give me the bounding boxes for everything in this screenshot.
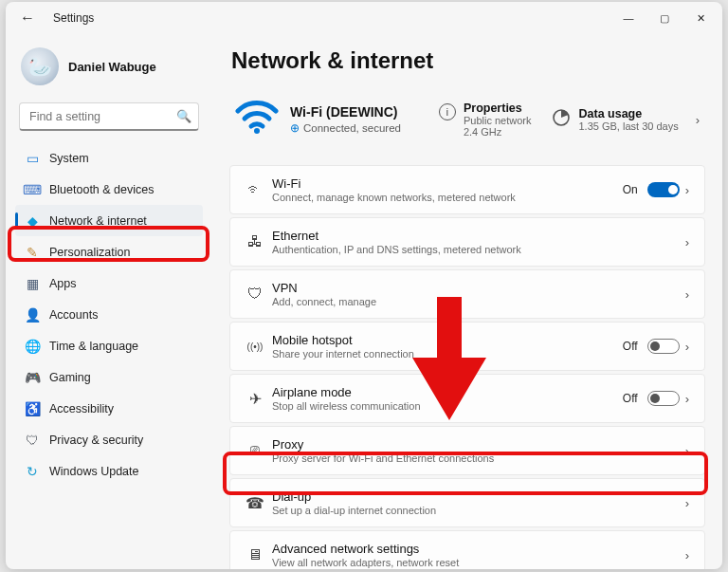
search-row: 🔍 [19,102,199,131]
card-body: Mobile hotspot Share your internet conne… [272,325,623,367]
sidebar-item-label: Personalization [49,246,130,259]
window-title: Settings [53,11,94,25]
net-block: Wi-Fi (DEEWINC) ⊕ Connected, secured [290,104,401,135]
page-title: Network & internet [231,47,705,74]
sidebar-item-label: Privacy & security [49,434,143,447]
user-block[interactable]: 🦢 Daniel Wabuge [15,44,203,97]
status-card[interactable]: Wi-Fi (DEEWINC) ⊕ Connected, secured i P… [229,87,705,152]
main-panel: Network & internet Wi-Fi (DEEWINC) ⊕ Con… [210,34,722,569]
ethernet-icon: 🖧 [238,233,272,250]
chevron-right-icon: › [685,287,695,302]
card-subtitle: Share your internet connection [272,348,623,360]
data-usage-icon [552,108,571,127]
card-body: Wi-Fi Connect, manage known networks, me… [272,169,623,211]
toggle-label: On [623,183,638,196]
apps-icon: ▦ [25,276,40,291]
sidebar-item-bluetooth-devices[interactable]: ⌨Bluetooth & devices [15,174,203,205]
sidebar-item-personalization[interactable]: ✎Personalization [15,236,203,268]
network-status: ⊕ Connected, secured [290,121,401,135]
card-body: Advanced network settings View all netwo… [272,534,685,569]
chevron-right-icon: › [685,392,695,406]
back-button[interactable]: ← [15,6,40,30]
card-body: VPN Add, connect, manage [272,273,685,315]
sidebar-item-label: System [49,152,89,165]
sidebar-item-gaming[interactable]: 🎮Gaming [15,361,203,393]
sidebar-item-time-language[interactable]: 🌐Time & language [15,330,203,361]
data-usage-title: Data usage [578,107,678,120]
network-icon: ◆ [25,213,40,229]
chevron-right-icon: › [685,444,695,458]
hotspot-icon: ((•)) [238,341,272,352]
proxy-icon: ⎚ [238,442,272,459]
card-body: Ethernet Authentication, IP and DNS sett… [272,221,685,263]
system-icon: ▭ [25,151,40,166]
card-subtitle: Connect, manage known networks, metered … [272,192,623,203]
airplane-toggle[interactable] [647,391,680,406]
update-icon: ↻ [25,464,40,479]
data-usage-block[interactable]: Data usage 1.35 GB, last 30 days [552,107,678,132]
info-icon: i [439,103,456,120]
accessibility-icon: ♿ [25,401,40,416]
titlebar: ← Settings — ▢ ✕ [6,2,722,34]
chevron-right-icon: › [685,548,695,563]
card-ethernet[interactable]: 🖧 Ethernet Authentication, IP and DNS se… [229,217,705,267]
sidebar-item-accounts[interactable]: 👤Accounts [15,299,203,330]
accounts-icon: 👤 [25,307,40,323]
card-advanced[interactable]: 🖥 Advanced network settings View all net… [229,530,705,569]
card-subtitle: Authentication, IP and DNS settings, met… [272,244,685,255]
card-title: VPN [272,281,685,295]
sidebar: 🦢 Daniel Wabuge 🔍 ▭System⌨Bluetooth & de… [6,34,210,569]
sidebar-item-label: Network & internet [49,214,147,228]
hotspot-toggle[interactable] [647,339,680,354]
properties-block[interactable]: i Properties Public network 2.4 GHz [439,101,532,138]
card-title: Wi-Fi [272,176,623,191]
sidebar-item-label: Accessibility [49,402,114,415]
card-body: Airplane mode Stop all wireless communic… [272,378,623,419]
search-icon: 🔍 [176,109,191,123]
card-title: Dial-up [272,489,685,504]
personalization-icon: ✎ [25,245,40,260]
card-wifi[interactable]: ᯤ Wi-Fi Connect, manage known networks, … [229,165,705,214]
card-title: Proxy [272,437,685,452]
card-title: Mobile hotspot [272,333,623,347]
sidebar-item-privacy-security[interactable]: 🛡Privacy & security [15,424,203,455]
properties-title: Properties [464,101,532,115]
sidebar-item-accessibility[interactable]: ♿Accessibility [15,393,203,424]
data-usage-sub: 1.35 GB, last 30 days [578,120,678,132]
wifi-toggle[interactable] [647,182,680,197]
minimize-button[interactable]: — [610,5,646,31]
card-airplane[interactable]: ✈ Airplane mode Stop all wireless commun… [229,374,705,423]
search-input[interactable] [19,102,199,131]
card-body: Proxy Proxy server for Wi-Fi and Etherne… [272,430,685,471]
properties-sub: Public network 2.4 GHz [464,115,532,138]
time-language-icon: 🌐 [25,339,40,354]
sidebar-item-label: Apps [49,277,77,290]
maximize-button[interactable]: ▢ [646,5,682,31]
card-subtitle: View all network adapters, network reset [272,557,685,568]
card-subtitle: Set up a dial-up internet connection [272,505,685,516]
window-controls: — ▢ ✕ [610,5,719,31]
card-subtitle: Proxy server for Wi-Fi and Ethernet conn… [272,452,685,464]
globe-icon: ⊕ [290,121,300,135]
sidebar-item-label: Gaming [49,371,91,384]
chevron-right-icon: › [685,340,695,354]
card-subtitle: Add, connect, manage [272,296,685,307]
card-vpn[interactable]: 🛡 VPN Add, connect, manage › [229,269,705,319]
card-subtitle: Stop all wireless communication [272,400,623,412]
card-hotspot[interactable]: ((•)) Mobile hotspot Share your internet… [229,322,705,371]
dialup-icon: ☎ [238,494,272,512]
sidebar-item-network-internet[interactable]: ◆Network & internet [15,205,203,236]
card-dialup[interactable]: ☎ Dial-up Set up a dial-up internet conn… [229,478,705,527]
card-proxy[interactable]: ⎚ Proxy Proxy server for Wi-Fi and Ether… [229,426,705,475]
close-button[interactable]: ✕ [682,5,719,31]
sidebar-item-system[interactable]: ▭System [15,142,203,174]
sidebar-item-apps[interactable]: ▦Apps [15,268,203,299]
sidebar-item-windows-update[interactable]: ↻Windows Update [15,455,203,487]
sidebar-item-label: Bluetooth & devices [49,183,155,196]
svg-point-0 [254,128,260,134]
chevron-right-icon: › [685,183,695,197]
sidebar-item-label: Time & language [49,340,138,353]
chevron-right-icon: › [685,496,695,510]
privacy-icon: 🛡 [25,433,40,448]
card-title: Advanced network settings [272,542,685,556]
